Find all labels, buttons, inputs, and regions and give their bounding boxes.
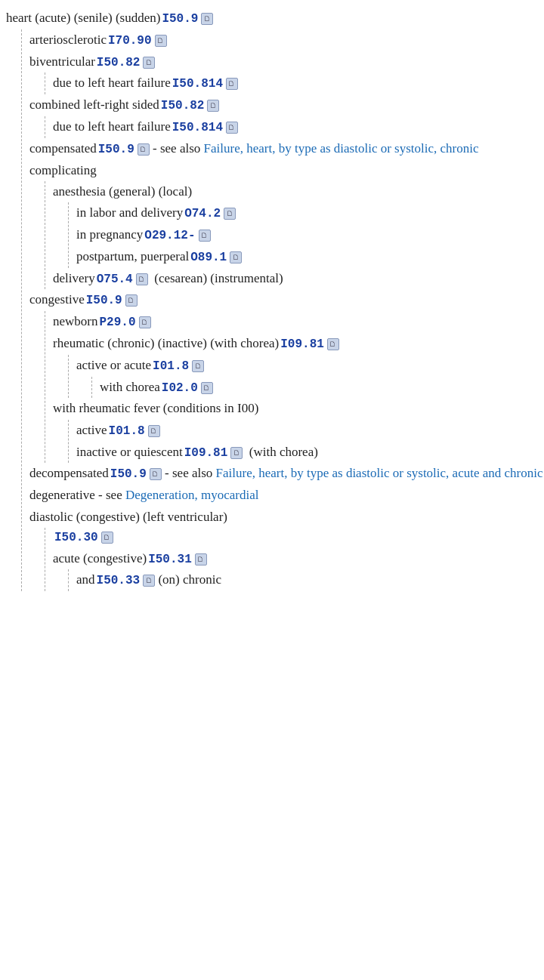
code-p290[interactable]: P29.0 xyxy=(99,313,135,332)
entry-active: active I01.8 🗋 xyxy=(76,420,544,442)
code-i020[interactable]: I02.0 xyxy=(162,379,198,398)
copy-icon[interactable]: 🗋 xyxy=(207,100,219,112)
entry-with-chorea: with chorea I02.0 🗋 xyxy=(100,377,544,399)
copy-icon[interactable]: 🗋 xyxy=(195,553,207,566)
medical-index-tree: heart (acute) (senile) (sudden) I50.9 🗋 … xyxy=(0,8,544,591)
entry-arteriosclerotic: arteriosclerotic I70.90 🗋 xyxy=(29,29,544,51)
entry-combined: combined left-right sided I50.82 🗋 xyxy=(29,94,544,116)
code-i0981[interactable]: I09.81 xyxy=(280,335,324,354)
text-heart-acute: heart (acute) (senile) (sudden) xyxy=(6,8,160,28)
code-i509[interactable]: I50.9 xyxy=(162,10,198,29)
entry-congestive: congestive I50.9 🗋 xyxy=(29,289,544,311)
code-i7090[interactable]: I70.90 xyxy=(108,32,152,51)
code-i0981b[interactable]: I09.81 xyxy=(184,444,228,463)
code-i5082b[interactable]: I50.82 xyxy=(161,97,205,116)
entry-rheumatic: rheumatic (chronic) (inactive) (with cho… xyxy=(53,333,544,355)
copy-icon[interactable]: 🗋 xyxy=(199,230,211,242)
copy-icon[interactable]: 🗋 xyxy=(139,316,151,328)
copy-icon[interactable]: 🗋 xyxy=(148,425,160,437)
entry-in-labor: in labor and delivery O74.2 🗋 xyxy=(76,202,544,224)
copy-icon[interactable]: 🗋 xyxy=(150,468,162,480)
copy-icon[interactable]: 🗋 xyxy=(138,143,150,156)
code-i5031[interactable]: I50.31 xyxy=(148,550,192,569)
entry-anesthesia: anesthesia (general) (local) xyxy=(53,181,544,202)
entry-newborn: newborn P29.0 🗋 xyxy=(53,311,544,333)
entry-diastolic: diastolic (congestive) (left ventricular… xyxy=(29,507,544,528)
entry-heart-acute: heart (acute) (senile) (sudden) I50.9 🗋 xyxy=(6,8,544,29)
copy-icon[interactable]: 🗋 xyxy=(226,122,238,134)
entry-complicating: complicating xyxy=(29,160,544,181)
code-i509b[interactable]: I50.9 xyxy=(98,140,134,159)
entry-biv-due-left: due to left heart failure I50.814 🗋 xyxy=(53,72,544,94)
copy-icon[interactable]: 🗋 xyxy=(230,447,243,459)
entry-active-or-acute: active or acute I01.8 🗋 xyxy=(76,355,544,377)
code-i5033[interactable]: I50.33 xyxy=(97,572,141,590)
copy-icon[interactable]: 🗋 xyxy=(143,57,155,69)
entry-compensated: compensated I50.9 🗋 - see also Failure, … xyxy=(29,138,544,160)
copy-icon[interactable]: 🗋 xyxy=(192,360,204,372)
code-i018b[interactable]: I01.8 xyxy=(109,422,145,441)
copy-icon[interactable]: 🗋 xyxy=(226,78,238,90)
code-i50814[interactable]: I50.814 xyxy=(172,75,223,94)
entry-delivery: delivery O75.4 🗋 (cesarean) (instrumenta… xyxy=(53,268,544,290)
copy-icon[interactable]: 🗋 xyxy=(155,35,167,47)
entry-decompensated: decompensated I50.9 🗋 - see also Failure… xyxy=(29,463,544,485)
copy-icon[interactable]: 🗋 xyxy=(143,575,155,587)
link-decompensated-see-also[interactable]: Failure, heart, by type as diastolic or … xyxy=(216,464,543,483)
copy-icon[interactable]: 🗋 xyxy=(224,208,236,220)
entry-diastolic-code: I50.30 🗋 xyxy=(53,528,544,548)
entry-and-i5033: and I50.33 🗋 (on) chronic xyxy=(76,569,544,591)
copy-icon[interactable]: 🗋 xyxy=(136,273,148,285)
code-o742[interactable]: O74.2 xyxy=(184,205,221,223)
code-i50814b[interactable]: I50.814 xyxy=(172,119,223,137)
entry-postpartum: postpartum, puerperal O89.1 🗋 xyxy=(76,246,544,268)
entry-degenerative: degenerative - see Degeneration, myocard… xyxy=(29,485,544,506)
code-o754[interactable]: O75.4 xyxy=(97,270,133,289)
entry-inactive-quiescent: inactive or quiescent I09.81 🗋 (with cho… xyxy=(76,442,544,464)
link-degeneration-myocardial[interactable]: Degeneration, myocardial xyxy=(125,485,259,505)
entry-acute-congestive: acute (congestive) I50.31 🗋 xyxy=(53,548,544,570)
code-i5030[interactable]: I50.30 xyxy=(54,529,98,547)
code-o2912[interactable]: O29.12- xyxy=(144,227,195,245)
entry-with-rheumatic: with rheumatic fever (conditions in I00) xyxy=(53,398,544,419)
code-i018[interactable]: I01.8 xyxy=(153,357,189,376)
copy-icon[interactable]: 🗋 xyxy=(201,13,213,25)
copy-icon[interactable]: 🗋 xyxy=(201,382,213,394)
code-o891[interactable]: O89.1 xyxy=(190,248,227,267)
copy-icon[interactable]: 🗋 xyxy=(230,251,242,263)
copy-icon[interactable]: 🗋 xyxy=(125,294,138,307)
entry-in-pregnancy: in pregnancy O29.12- 🗋 xyxy=(76,224,544,246)
copy-icon[interactable]: 🗋 xyxy=(101,532,113,544)
entry-comb-due-left: due to left heart failure I50.814 🗋 xyxy=(53,116,544,138)
entry-biventricular: biventricular I50.82 🗋 xyxy=(29,51,544,73)
copy-icon[interactable]: 🗋 xyxy=(327,338,339,350)
code-i509d[interactable]: I50.9 xyxy=(110,465,147,484)
code-i509c[interactable]: I50.9 xyxy=(86,291,122,310)
code-i5082[interactable]: I50.82 xyxy=(97,54,141,72)
link-compensated-see-also[interactable]: Failure, heart, by type as diastolic or … xyxy=(204,139,479,159)
